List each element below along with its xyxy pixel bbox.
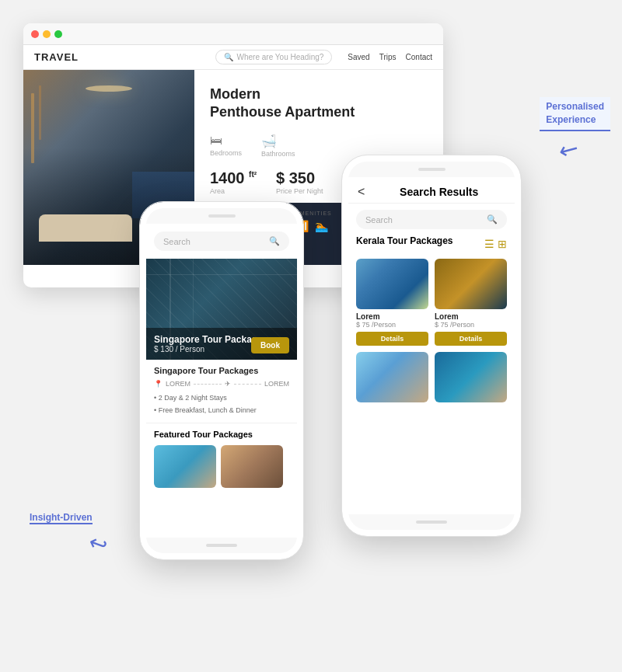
price-label: Price Per Night xyxy=(276,187,323,195)
right-search-placeholder: Search xyxy=(365,215,393,225)
tour-bullet-1: • 2 Day & 2 Night Stays xyxy=(154,392,289,404)
kerala-card-3 xyxy=(356,352,428,406)
phone-speaker xyxy=(208,214,236,218)
kerala-card-4-image xyxy=(435,352,507,402)
price-value: $ 350 xyxy=(276,169,323,187)
phone-left: Search 🔍 Singapore Tour Packages $ 130 /… xyxy=(140,202,303,559)
plane-icon: ✈ xyxy=(225,380,231,388)
kerala-header: Kerala Tour Packages ☰ ⊞ xyxy=(356,235,507,252)
phone-left-body: Search 🔍 Singapore Tour Packages $ 130 /… xyxy=(146,224,297,538)
insight-arrow: ↪ xyxy=(86,529,111,559)
featured-img-city xyxy=(221,445,283,488)
phone-right-speaker xyxy=(418,168,446,171)
property-stats: 🛏 Bedrooms 🛁 Bathrooms xyxy=(210,134,428,158)
ceiling-light-effect xyxy=(86,85,132,92)
to-label: LOREM xyxy=(264,380,289,388)
browser-search-placeholder: Where are You Heading? xyxy=(237,53,324,61)
featured-section: Featured Tour Packages xyxy=(146,423,297,494)
card-1-price: $ 75 /Person xyxy=(356,321,428,329)
card-2-price: $ 75 /Person xyxy=(435,321,507,329)
kerala-card-4 xyxy=(435,352,507,406)
tour-title: Singapore Tour Packages xyxy=(154,366,289,375)
card-2-label: Lorem xyxy=(435,312,507,321)
personalized-label: Personalised Experience xyxy=(540,97,610,131)
main-container: TRAVEL 🔍 Where are You Heading? Saved Tr… xyxy=(0,0,622,672)
route-icon-left: 📍 xyxy=(154,380,162,388)
nav-contact[interactable]: Contact xyxy=(406,53,432,61)
featured-img-beach xyxy=(154,445,216,488)
phone-right: < Search Results Search 🔍 Kerala Tour Pa… xyxy=(342,155,521,536)
area-label: Area xyxy=(210,187,257,195)
minimize-dot[interactable] xyxy=(43,30,51,38)
right-search-bar[interactable]: Search 🔍 xyxy=(356,210,507,229)
home-indicator xyxy=(206,544,237,547)
phone-right-body: < Search Results Search 🔍 Kerala Tour Pa… xyxy=(348,177,515,514)
nav-trips[interactable]: Trips xyxy=(379,53,397,61)
search-results-title: Search Results xyxy=(372,186,505,198)
sofa-decoration xyxy=(39,214,132,242)
area-value: 1400 ft² xyxy=(210,169,257,187)
phone-search-text: Search xyxy=(163,237,190,246)
kerala-section: Kerala Tour Packages ☰ ⊞ Lorem $ 75 /Per… xyxy=(348,235,515,410)
list-view-icon[interactable]: ☰ xyxy=(484,238,494,250)
personalized-arrow: ↙ xyxy=(554,133,585,166)
tour-bullet-2: • Free Breakfast, Lunch & Dinner xyxy=(154,404,289,416)
nav-links: Saved Trips Contact xyxy=(348,53,432,61)
maximize-dot[interactable] xyxy=(54,30,62,38)
property-title: Modern Penthouse Apartment xyxy=(210,85,428,122)
bedroom-stat: 🛏 Bedrooms xyxy=(210,134,242,158)
route-dash-2 xyxy=(234,384,261,385)
phone-top-bar xyxy=(146,208,297,224)
view-toggle: ☰ ⊞ xyxy=(484,238,507,250)
kerala-card-1: Lorem $ 75 /Person Details xyxy=(356,259,428,346)
bed-icon: 🛏 xyxy=(210,134,222,148)
featured-images xyxy=(154,445,289,488)
phone-search-icon: 🔍 xyxy=(269,236,280,246)
browser-nav: TRAVEL 🔍 Where are You Heading? Saved Tr… xyxy=(23,45,443,70)
brand-logo: TRAVEL xyxy=(34,51,79,63)
area-metric: 1400 ft² Area xyxy=(210,169,257,195)
route-line: 📍 LOREM ✈ LOREM xyxy=(154,380,289,388)
bath-icon: 🛁 xyxy=(261,134,277,148)
kerala-card-3-image xyxy=(356,352,428,402)
browser-titlebar xyxy=(23,23,443,45)
search-results-header: < Search Results xyxy=(348,177,515,204)
phone-right-top-bar xyxy=(348,162,515,177)
kerala-card-2: Lorem $ 75 /Person Details xyxy=(435,259,507,346)
tour-bullets: • 2 Day & 2 Night Stays • Free Breakfast… xyxy=(154,392,289,416)
featured-title: Featured Tour Packages xyxy=(154,430,289,439)
route-dash xyxy=(194,384,221,385)
browser-dots xyxy=(31,30,62,38)
card-1-details-btn[interactable]: Details xyxy=(356,332,428,346)
book-button[interactable]: Book xyxy=(251,337,289,353)
kerala-grid: Lorem $ 75 /Person Details Lorem $ 75 /P… xyxy=(356,259,507,406)
card-1-label: Lorem xyxy=(356,312,428,321)
right-search-icon: 🔍 xyxy=(487,214,498,225)
price-metric: $ 350 Price Per Night xyxy=(276,169,323,195)
from-label: LOREM xyxy=(166,380,190,388)
area-unit: ft² xyxy=(249,170,257,179)
browser-search-bar[interactable]: 🔍 Where are You Heading? xyxy=(215,50,333,64)
bedroom-label: Bedrooms xyxy=(210,149,242,157)
tour-details: Singapore Tour Packages 📍 LOREM ✈ LOREM … xyxy=(146,360,297,423)
phone-search-container[interactable]: Search 🔍 xyxy=(154,232,289,251)
grid-view-icon[interactable]: ⊞ xyxy=(498,238,507,250)
bathroom-label: Bathrooms xyxy=(261,150,295,158)
search-icon: 🔍 xyxy=(224,53,233,61)
pool-icon: 🏊 xyxy=(315,220,328,232)
back-button[interactable]: < xyxy=(358,185,365,199)
close-dot[interactable] xyxy=(31,30,39,38)
kerala-title: Kerala Tour Packages xyxy=(356,235,453,246)
phone-right-bottom-bar xyxy=(348,514,515,530)
phone-hero: Singapore Tour Packages $ 130 / Person B… xyxy=(146,259,297,360)
phone-bottom-bar xyxy=(146,538,297,553)
right-home-indicator xyxy=(416,521,447,524)
nav-saved[interactable]: Saved xyxy=(348,53,369,61)
bathroom-stat: 🛁 Bathrooms xyxy=(261,134,295,158)
kerala-card-2-image xyxy=(435,259,507,309)
card-2-details-btn[interactable]: Details xyxy=(435,332,507,346)
insight-label: Insight-Driven xyxy=(30,512,93,524)
kerala-card-1-image xyxy=(356,259,428,309)
